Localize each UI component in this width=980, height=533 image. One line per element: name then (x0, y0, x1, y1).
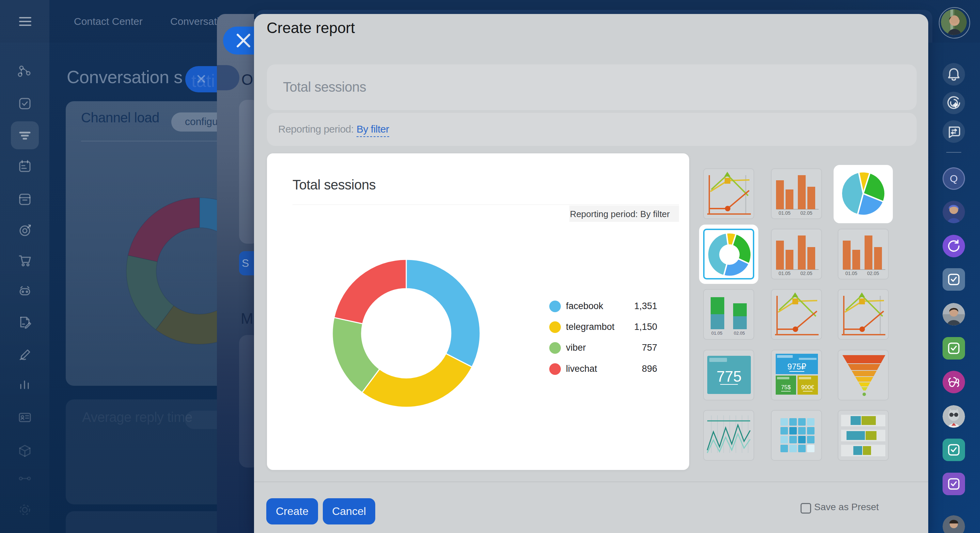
svg-text:01.05: 01.05 (778, 210, 790, 216)
svg-text:775: 775 (716, 368, 741, 385)
svg-text:02.05: 02.05 (800, 271, 812, 276)
svg-text:02.05: 02.05 (867, 271, 879, 276)
svg-text:75$: 75$ (781, 384, 791, 391)
svg-text:01.05: 01.05 (845, 271, 857, 276)
svg-text:975₽: 975₽ (787, 362, 806, 371)
svg-text:900€: 900€ (801, 384, 814, 391)
svg-text:01.05: 01.05 (711, 330, 722, 336)
svg-text:02.05: 02.05 (800, 210, 812, 216)
svg-text:01.05: 01.05 (778, 271, 790, 276)
svg-text:02.05: 02.05 (734, 330, 745, 336)
